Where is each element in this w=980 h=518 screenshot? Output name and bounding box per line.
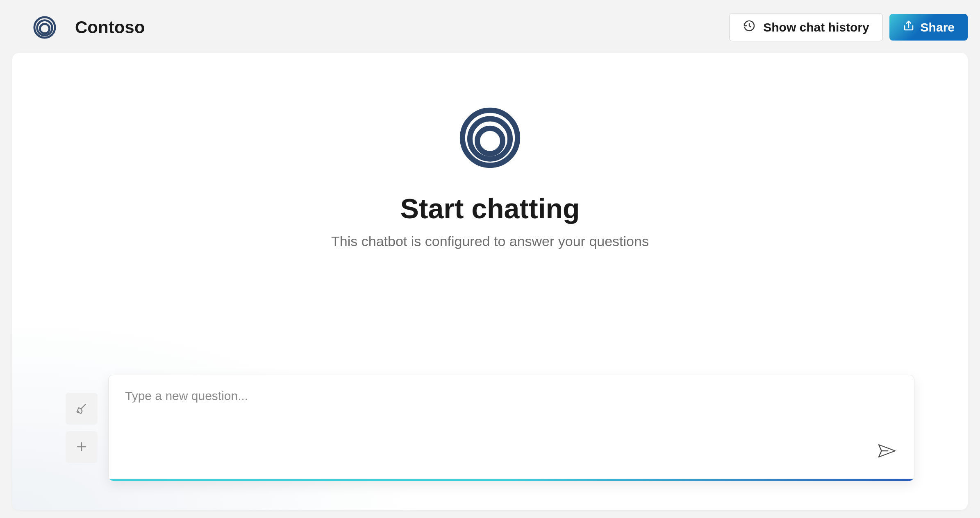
empty-state-title: Start chatting [400,192,580,224]
history-button-label: Show chat history [763,20,869,34]
main-card: Start chatting This chatbot is configure… [12,53,968,510]
chat-input[interactable] [109,375,914,481]
clear-chat-button[interactable] [66,393,98,425]
brand-logo-large-icon [458,106,522,170]
svg-point-2 [40,24,49,33]
input-area [66,375,914,481]
empty-state: Start chatting This chatbot is configure… [66,94,914,350]
share-button-label: Share [921,20,955,34]
share-button[interactable]: Share [889,14,968,41]
history-icon [743,19,756,35]
show-chat-history-button[interactable]: Show chat history [729,13,882,41]
side-buttons [66,375,98,481]
svg-point-5 [477,128,503,154]
broom-icon [75,401,89,416]
empty-state-subtitle: This chatbot is configured to answer you… [331,233,649,249]
add-button[interactable] [66,431,98,463]
header: Contoso Show chat history [12,8,968,53]
header-left: Contoso [33,16,145,39]
brand-name: Contoso [75,18,145,37]
brand-logo-icon [33,16,57,39]
plus-icon [75,440,89,455]
share-icon [903,20,915,35]
input-box [108,375,914,481]
header-right: Show chat history Share [729,13,968,41]
send-button[interactable] [875,440,898,463]
send-icon [877,443,897,460]
app-container: Contoso Show chat history [12,8,968,510]
